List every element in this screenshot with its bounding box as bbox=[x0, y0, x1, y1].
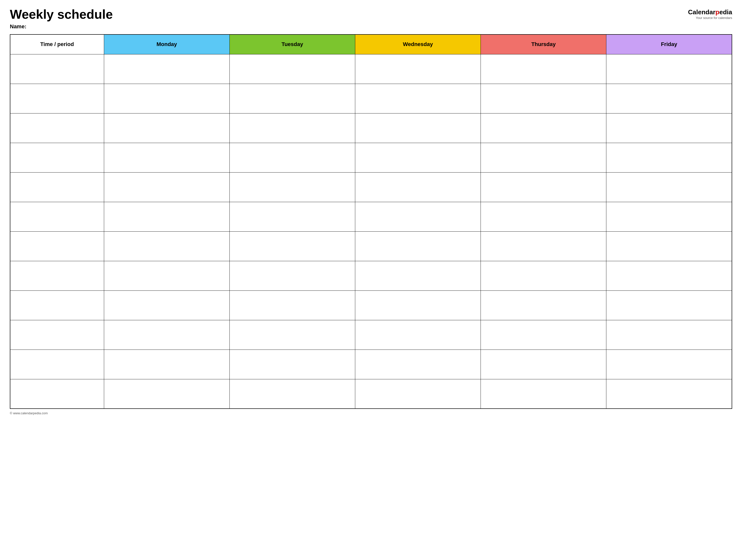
logo-tagline: Your source for calendars bbox=[696, 16, 732, 20]
table-cell[interactable] bbox=[355, 172, 481, 202]
table-cell[interactable] bbox=[10, 54, 104, 84]
logo-edia: edia bbox=[719, 8, 732, 16]
table-cell[interactable] bbox=[481, 261, 606, 290]
table-row bbox=[10, 231, 732, 261]
table-cell[interactable] bbox=[606, 261, 732, 290]
footer-copyright: © www.calendarpedia.com bbox=[10, 411, 732, 415]
col-header-friday: Friday bbox=[606, 35, 732, 54]
table-cell[interactable] bbox=[10, 143, 104, 172]
table-cell[interactable] bbox=[606, 290, 732, 320]
table-cell[interactable] bbox=[10, 349, 104, 379]
table-cell[interactable] bbox=[481, 84, 606, 113]
table-cell[interactable] bbox=[10, 320, 104, 349]
table-cell[interactable] bbox=[606, 172, 732, 202]
logo-area: Calendarpedia Your source for calendars bbox=[688, 8, 732, 20]
table-cell[interactable] bbox=[606, 84, 732, 113]
table-cell[interactable] bbox=[355, 143, 481, 172]
table-cell[interactable] bbox=[104, 349, 229, 379]
table-cell[interactable] bbox=[355, 379, 481, 409]
table-cell[interactable] bbox=[481, 143, 606, 172]
table-cell[interactable] bbox=[104, 113, 229, 143]
table-cell[interactable] bbox=[229, 172, 355, 202]
table-cell[interactable] bbox=[229, 320, 355, 349]
table-cell[interactable] bbox=[104, 320, 229, 349]
table-cell[interactable] bbox=[10, 261, 104, 290]
table-cell[interactable] bbox=[355, 84, 481, 113]
table-cell[interactable] bbox=[355, 290, 481, 320]
table-row bbox=[10, 320, 732, 349]
col-header-time: Time / period bbox=[10, 35, 104, 54]
table-cell[interactable] bbox=[606, 54, 732, 84]
table-cell[interactable] bbox=[10, 290, 104, 320]
table-cell[interactable] bbox=[481, 379, 606, 409]
table-cell[interactable] bbox=[10, 379, 104, 409]
page-title: Weekly schedule bbox=[10, 7, 113, 21]
logo-p: p bbox=[716, 8, 719, 16]
table-cell[interactable] bbox=[355, 113, 481, 143]
table-cell[interactable] bbox=[229, 349, 355, 379]
table-cell[interactable] bbox=[606, 202, 732, 231]
table-cell[interactable] bbox=[10, 113, 104, 143]
table-cell[interactable] bbox=[355, 349, 481, 379]
table-cell[interactable] bbox=[10, 172, 104, 202]
table-cell[interactable] bbox=[104, 84, 229, 113]
col-header-tuesday: Tuesday bbox=[229, 35, 355, 54]
table-cell[interactable] bbox=[355, 231, 481, 261]
table-cell[interactable] bbox=[229, 290, 355, 320]
table-row bbox=[10, 113, 732, 143]
table-row bbox=[10, 261, 732, 290]
table-cell[interactable] bbox=[229, 231, 355, 261]
table-cell[interactable] bbox=[104, 172, 229, 202]
table-cell[interactable] bbox=[229, 84, 355, 113]
table-cell[interactable] bbox=[355, 261, 481, 290]
table-cell[interactable] bbox=[229, 202, 355, 231]
table-cell[interactable] bbox=[104, 54, 229, 84]
table-cell[interactable] bbox=[229, 113, 355, 143]
table-cell[interactable] bbox=[481, 320, 606, 349]
table-cell[interactable] bbox=[229, 143, 355, 172]
table-cell[interactable] bbox=[229, 54, 355, 84]
table-cell[interactable] bbox=[606, 349, 732, 379]
table-cell[interactable] bbox=[355, 202, 481, 231]
schedule-table: Time / period Monday Tuesday Wednesday T… bbox=[10, 34, 732, 409]
table-cell[interactable] bbox=[606, 231, 732, 261]
table-row bbox=[10, 84, 732, 113]
table-cell[interactable] bbox=[10, 84, 104, 113]
table-row bbox=[10, 202, 732, 231]
table-cell[interactable] bbox=[10, 231, 104, 261]
table-cell[interactable] bbox=[104, 290, 229, 320]
table-cell[interactable] bbox=[481, 231, 606, 261]
table-cell[interactable] bbox=[355, 320, 481, 349]
col-header-thursday: Thursday bbox=[481, 35, 606, 54]
table-cell[interactable] bbox=[10, 202, 104, 231]
name-label: Name: bbox=[10, 23, 113, 30]
table-cell[interactable] bbox=[104, 143, 229, 172]
table-cell[interactable] bbox=[104, 231, 229, 261]
table-cell[interactable] bbox=[481, 172, 606, 202]
table-cell[interactable] bbox=[104, 379, 229, 409]
table-cell[interactable] bbox=[606, 143, 732, 172]
table-cell[interactable] bbox=[481, 349, 606, 379]
table-row bbox=[10, 379, 732, 409]
title-area: Weekly schedule Name: bbox=[10, 7, 113, 30]
table-row bbox=[10, 143, 732, 172]
table-cell[interactable] bbox=[606, 113, 732, 143]
table-cell[interactable] bbox=[229, 379, 355, 409]
table-cell[interactable] bbox=[104, 261, 229, 290]
header-section: Weekly schedule Name: Calendarpedia Your… bbox=[10, 7, 732, 30]
table-cell[interactable] bbox=[229, 261, 355, 290]
logo-calendar: Calendar bbox=[688, 8, 716, 16]
table-cell[interactable] bbox=[606, 320, 732, 349]
table-cell[interactable] bbox=[481, 202, 606, 231]
col-header-wednesday: Wednesday bbox=[355, 35, 481, 54]
table-cell[interactable] bbox=[355, 54, 481, 84]
table-row bbox=[10, 54, 732, 84]
table-cell[interactable] bbox=[481, 113, 606, 143]
col-header-monday: Monday bbox=[104, 35, 229, 54]
table-cell[interactable] bbox=[481, 290, 606, 320]
table-cell[interactable] bbox=[104, 202, 229, 231]
table-cell[interactable] bbox=[481, 54, 606, 84]
table-cell[interactable] bbox=[606, 379, 732, 409]
table-row bbox=[10, 172, 732, 202]
table-row bbox=[10, 349, 732, 379]
